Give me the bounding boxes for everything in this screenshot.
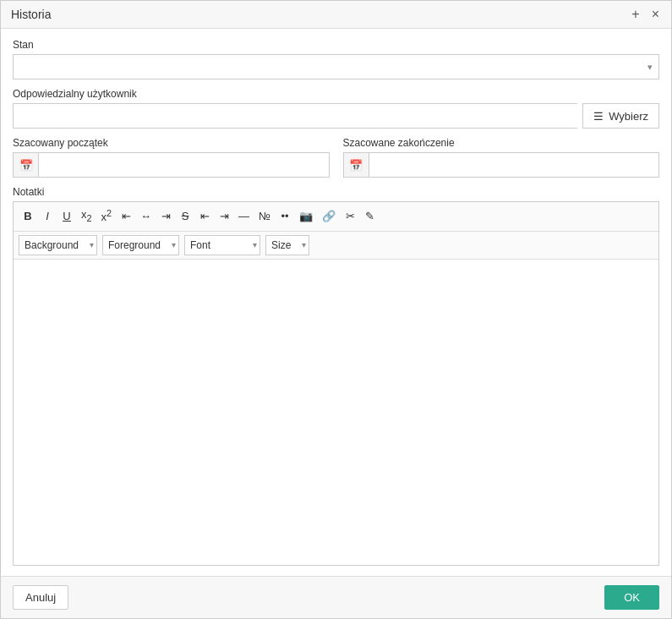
cancel-button[interactable]: Anuluj [13,585,68,610]
szacowany-label: Szacowany początek [13,137,330,149]
dialog-header: Historia + × [1,1,671,29]
dialog-body: Stan ▾ Odpowiedzialny użytkownik ☰ Wybie… [1,29,671,576]
background-select[interactable]: Background [19,235,97,255]
highlight-button[interactable]: ✎ [360,207,379,226]
szacowany-date-input[interactable] [39,153,329,177]
strikethrough-button[interactable]: S [176,207,194,226]
szacowany-date-wrapper: 📅 [13,152,330,178]
editor-content[interactable] [14,260,658,565]
italic-button[interactable]: I [38,207,57,226]
stan-label: Stan [13,39,659,51]
link-button[interactable]: 🔗 [318,207,340,226]
align-right-button[interactable]: ⇥ [156,207,175,226]
font-select[interactable]: Font [184,235,260,255]
foreground-select-wrapper: Foreground ▾ [102,235,179,255]
dialog-historia: Historia + × Stan ▾ Odpowiedzialny użytk… [0,0,672,619]
stan-field-group: Stan ▾ [13,39,659,79]
horizontal-rule-button[interactable]: — [234,207,254,226]
notatki-label: Notatki [13,186,659,198]
szacowany-field-group: Szacowany początek 📅 [13,137,330,178]
size-select[interactable]: Size [265,235,309,255]
align-center-button[interactable]: ↔ [136,207,156,226]
superscript-button[interactable]: x2 [97,205,117,227]
dialog-footer: Anuluj OK [1,576,671,618]
plus-button[interactable]: + [630,8,641,21]
indent-increase-button[interactable]: ⇥ [215,207,233,226]
wybierz-button[interactable]: ☰ Wybierz [582,103,659,129]
indent-decrease-button[interactable]: ⇤ [195,207,214,226]
date-fields: Szacowany początek 📅 Szacowane zakończen… [13,137,659,178]
wybierz-label: Wybierz [609,110,648,123]
background-select-wrapper: Background ▾ [19,235,97,255]
szacowany-calendar-icon[interactable]: 📅 [14,153,39,177]
szacowane-label: Szacowane zakończenie [343,137,660,149]
image-button[interactable]: 📷 [295,207,317,226]
responsible-row: ☰ Wybierz [13,103,659,129]
responsible-input[interactable] [13,103,577,129]
editor-toolbar: B I U x2 x2 ⇤ ↔ ⇥ S ⇤ ⇥ — № •• 📷 🔗 ✂ [14,202,658,232]
subscript-button[interactable]: x2 [77,205,96,227]
szacowane-field-group: Szacowane zakończenie 📅 [343,137,660,178]
bold-button[interactable]: B [19,207,37,226]
szacowane-calendar-icon[interactable]: 📅 [344,153,369,177]
editor-container: B I U x2 x2 ⇤ ↔ ⇥ S ⇤ ⇥ — № •• 📷 🔗 ✂ [13,201,659,566]
dialog-title: Historia [11,8,51,21]
notatki-field-group: Notatki B I U x2 x2 ⇤ ↔ ⇥ S ⇤ ⇥ — № [13,186,659,566]
szacowane-date-wrapper: 📅 [343,152,660,178]
align-left-button[interactable]: ⇤ [117,207,135,226]
font-select-wrapper: Font ▾ [184,235,260,255]
ok-button[interactable]: OK [604,585,659,610]
ordered-list-button[interactable]: № [254,207,275,226]
responsible-label: Odpowiedzialny użytkownik [13,88,659,100]
list-icon: ☰ [593,110,604,123]
editor-dropdowns: Background ▾ Foreground ▾ Font [14,232,658,260]
stan-select[interactable] [13,54,659,79]
dialog-header-actions: + × [630,8,661,21]
stan-select-wrapper: ▾ [13,54,659,79]
szacowane-date-input[interactable] [369,153,659,177]
foreground-select[interactable]: Foreground [102,235,179,255]
close-button[interactable]: × [650,8,661,21]
unordered-list-button[interactable]: •• [276,207,294,226]
underline-button[interactable]: U [57,207,76,226]
size-select-wrapper: Size ▾ [265,235,309,255]
responsible-field-group: Odpowiedzialny użytkownik ☰ Wybierz [13,88,659,129]
unlink-button[interactable]: ✂ [341,207,359,226]
